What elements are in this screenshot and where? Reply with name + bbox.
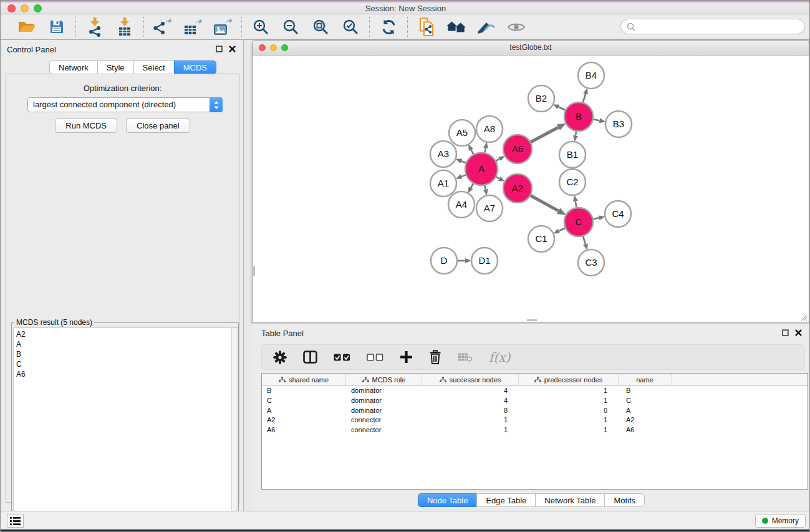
graph-node-C4[interactable]: C4 [605,201,631,227]
graph-node-A2[interactable]: A2 [503,174,532,203]
import-table-icon[interactable] [115,17,135,37]
table-cell[interactable]: 0 [519,406,619,416]
export-image-icon[interactable] [213,17,233,37]
table-options-gear-icon[interactable] [273,351,287,364]
save-session-icon[interactable] [47,17,67,37]
close-window-icon[interactable] [7,4,16,12]
select-all-columns-icon[interactable] [334,354,350,361]
table-cell[interactable]: 4 [422,386,519,396]
run-mcds-button[interactable]: Run MCDS [55,118,117,133]
export-table-icon[interactable] [183,17,203,37]
graph-node-B2[interactable]: B2 [528,85,554,112]
show-hide-graphics-details-icon[interactable] [476,17,496,37]
tab-network[interactable]: Network [49,60,98,74]
mcds-result-item[interactable]: C [16,359,238,369]
table-row[interactable]: A2connector11A2 [262,415,808,425]
show-overview-icon[interactable] [446,17,466,37]
graph-node-B[interactable]: B [564,102,593,131]
table-cell[interactable]: connector [346,415,422,425]
close-panel-icon[interactable] [229,46,236,52]
mcds-result-item[interactable]: B [16,349,238,359]
graph-node-A1[interactable]: A1 [430,170,456,196]
mcds-result-list[interactable]: A2ABCA6 [13,327,238,532]
table-cell[interactable]: B [619,386,672,396]
mcds-result-item[interactable]: A6 [16,369,238,379]
graph-node-A4[interactable]: A4 [448,191,475,218]
zoom-out-icon[interactable] [281,17,301,37]
network-close-icon[interactable] [259,44,266,51]
table-cell[interactable]: 1 [422,425,519,435]
float-table-panel-icon[interactable] [782,329,789,336]
task-history-button[interactable] [7,514,24,528]
table-cell[interactable]: A2 [619,415,672,425]
table-cell[interactable]: 1 [422,415,519,425]
graph-node-C2[interactable]: C2 [559,169,586,195]
search-input[interactable] [639,22,794,31]
minimize-window-icon[interactable] [21,4,29,12]
table-cell[interactable]: 8 [422,406,519,416]
graph-node-B3[interactable]: B3 [605,111,632,137]
table-cell[interactable]: A [619,406,672,416]
table-cell[interactable]: A2 [262,415,346,425]
graph-node-B1[interactable]: B1 [559,142,586,168]
zoom-fit-icon[interactable] [311,17,330,37]
network-window-titlebar[interactable]: testGlobe.txt [253,41,809,56]
table-row[interactable]: A6connector11A6 [262,425,808,435]
table-cell[interactable]: A6 [262,425,346,435]
graph-node-A3[interactable]: A3 [430,141,456,167]
column-header-MCDS-role[interactable]: MCDS role [346,374,422,386]
mcds-result-item[interactable]: A [16,339,238,349]
graph-node-A5[interactable]: A5 [449,120,475,146]
table-cell[interactable]: B [262,386,346,396]
column-header-predecessor-nodes[interactable]: predecessor nodes [519,374,619,386]
column-header-shared-name[interactable]: shared name [262,374,346,386]
maximize-window-icon[interactable] [34,4,42,12]
table-cell[interactable]: dominator [346,406,422,416]
table-cell[interactable]: 1 [519,396,619,406]
table-cell[interactable]: C [262,396,346,406]
show-all-eye-icon[interactable] [506,17,526,37]
import-network-icon[interactable] [85,17,105,37]
show-column-icon[interactable] [303,351,317,364]
table-cell[interactable]: connector [346,425,422,435]
table-cell[interactable]: 4 [422,396,519,406]
graph-node-A[interactable]: A [465,153,498,185]
delete-column-icon[interactable] [429,350,441,364]
network-canvas[interactable]: B4B2BB3A5A8A6B1A3AC2A1A2A4A7C4CC1DD1C3 [253,56,809,322]
table-row[interactable]: Cdominator41C [262,396,808,406]
table-row[interactable]: Adominator80A [262,406,808,416]
graph-node-A7[interactable]: A7 [476,195,503,221]
unselect-all-columns-icon[interactable] [367,354,383,361]
zoom-selected-icon[interactable] [340,17,360,37]
column-header-successor-nodes[interactable]: successor nodes [422,374,519,386]
graph-node-C1[interactable]: C1 [528,226,554,252]
canvas-vscroll[interactable] [253,266,255,276]
tab-mcds[interactable]: MCDS [174,60,216,74]
table-row[interactable]: Bdominator41B [262,386,808,396]
graph-node-D[interactable]: D [431,248,457,274]
table-cell[interactable]: dominator [346,386,422,396]
memory-button[interactable]: Memory [755,514,806,528]
export-network-icon[interactable] [153,17,173,37]
table-cell[interactable]: A [262,406,346,416]
graph-node-C[interactable]: C [564,208,593,236]
tab-select[interactable]: Select [133,60,175,74]
graph-node-C3[interactable]: C3 [578,249,604,276]
zoom-in-icon[interactable] [251,17,271,37]
result-scrollbar[interactable] [231,328,238,532]
add-column-icon[interactable] [400,351,413,364]
table-cell[interactable]: dominator [346,396,422,406]
close-table-panel-icon[interactable] [795,329,802,336]
clone-network-icon[interactable] [417,17,436,37]
tab-node-table[interactable]: Node Table [418,493,478,507]
column-header-name[interactable]: name [619,374,672,386]
resize-grip[interactable] [800,314,808,321]
graph-node-A6[interactable]: A6 [503,135,532,163]
table-cell[interactable]: 1 [519,386,619,396]
graph-node-B4[interactable]: B4 [578,62,604,89]
apply-layout-icon[interactable] [378,17,398,37]
tab-network-table[interactable]: Network Table [535,493,605,507]
open-session-icon[interactable] [17,17,37,37]
tab-motifs[interactable]: Motifs [604,493,645,507]
tab-style[interactable]: Style [97,60,134,74]
